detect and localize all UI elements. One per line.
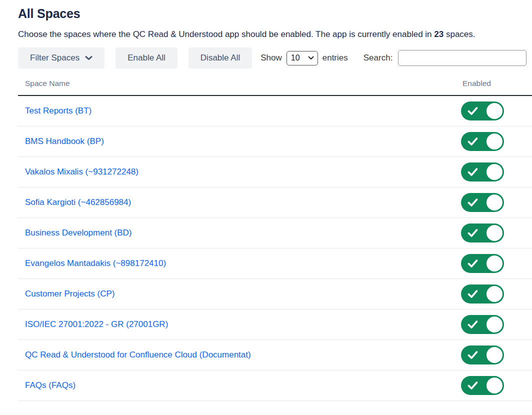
page-description: Choose the spaces where the QC Read & Un… [18, 28, 522, 41]
toggle-knob [486, 164, 502, 180]
enabled-spaces-count: 23 [434, 30, 444, 39]
enabled-toggle[interactable] [461, 315, 504, 334]
check-icon [468, 350, 478, 360]
toggle-knob [486, 256, 502, 272]
space-link[interactable]: BMS Handbook (BP) [25, 136, 104, 146]
space-link[interactable]: Vakalos Mixalis (~931272248) [25, 167, 138, 176]
check-icon [468, 168, 478, 176]
table-row: Vakalos Mixalis (~931272248) [18, 157, 532, 188]
space-link[interactable]: Test Reports (BT) [25, 106, 92, 116]
check-icon [468, 137, 478, 146]
description-text-before: Choose the spaces where the QC Read & Un… [18, 30, 434, 39]
enable-all-button[interactable]: Enable All [116, 48, 178, 68]
check-icon [468, 381, 478, 390]
enabled-toggle[interactable] [461, 193, 504, 212]
enabled-toggle[interactable] [461, 284, 504, 304]
toggle-knob [486, 378, 502, 394]
check-icon [468, 228, 478, 238]
check-icon [468, 259, 478, 268]
check-icon [468, 290, 478, 298]
column-header-space-name: Space Name [18, 79, 462, 88]
enabled-toggle[interactable] [461, 254, 504, 273]
page-size-select[interactable]: 10 [286, 51, 318, 66]
toggle-knob [486, 225, 502, 241]
enabled-toggle[interactable] [461, 132, 504, 151]
disable-all-button[interactable]: Disable All [188, 48, 252, 68]
search-label: Search: [364, 53, 393, 63]
toolbar: Filter Spaces Enable All Disable All Sho… [18, 48, 532, 68]
toggle-knob [486, 286, 502, 302]
table-row: Sofia Kargioti (~462856984) [18, 188, 532, 218]
toggle-knob [486, 134, 502, 150]
table-row: FAQs (FAQs) [18, 370, 532, 401]
space-link[interactable]: ISO/IEC 27001:2022 - GR (27001GR) [25, 320, 168, 329]
description-text-after: spaces. [444, 30, 475, 39]
all-spaces-page: All Spaces Choose the spaces where the Q… [0, 0, 532, 401]
entries-length-control: Show 10 entries [260, 51, 348, 66]
table-header-row: Space Name Enabled [18, 74, 532, 96]
space-link[interactable]: Evangelos Mantadakis (~898172410) [25, 258, 166, 268]
check-icon [468, 320, 478, 329]
filter-spaces-button[interactable]: Filter Spaces [18, 48, 104, 68]
enabled-toggle[interactable] [461, 346, 504, 364]
table-row: Test Reports (BT) [18, 96, 532, 126]
space-link[interactable]: FAQs (FAQs) [25, 380, 76, 390]
toggle-knob [486, 194, 502, 210]
toggle-knob [486, 316, 502, 332]
show-label: Show [260, 53, 282, 63]
table-row: QC Read & Understood for Confluence Clou… [18, 340, 532, 370]
space-link[interactable]: QC Read & Understood for Confluence Clou… [25, 350, 251, 360]
filter-spaces-label: Filter Spaces [30, 53, 80, 63]
enabled-toggle[interactable] [461, 376, 504, 395]
spaces-table: Space Name Enabled Test Reports (BT) BMS… [18, 74, 532, 401]
page-title: All Spaces [18, 6, 532, 21]
space-link[interactable]: Sofia Kargioti (~462856984) [25, 198, 131, 207]
table-row: Business Development (BD) [18, 218, 532, 248]
check-icon [468, 106, 478, 116]
enabled-toggle[interactable] [461, 162, 504, 182]
check-icon [468, 198, 478, 207]
space-link[interactable]: Business Development (BD) [25, 228, 132, 238]
table-row: Customer Projects (CP) [18, 279, 532, 310]
toggle-knob [486, 347, 502, 363]
entries-label: entries [322, 53, 348, 63]
search-control: Search: [364, 50, 527, 66]
table-row: Evangelos Mantadakis (~898172410) [18, 248, 532, 279]
column-header-enabled: Enabled [462, 79, 491, 88]
enabled-toggle[interactable] [461, 102, 504, 120]
space-link[interactable]: Customer Projects (CP) [25, 289, 114, 298]
search-input[interactable] [398, 50, 526, 66]
toggle-knob [486, 103, 502, 119]
table-row: BMS Handbook (BP) [18, 126, 532, 157]
enabled-toggle[interactable] [461, 224, 504, 242]
chevron-down-icon [85, 56, 92, 60]
table-row: ISO/IEC 27001:2022 - GR (27001GR) [18, 310, 532, 340]
